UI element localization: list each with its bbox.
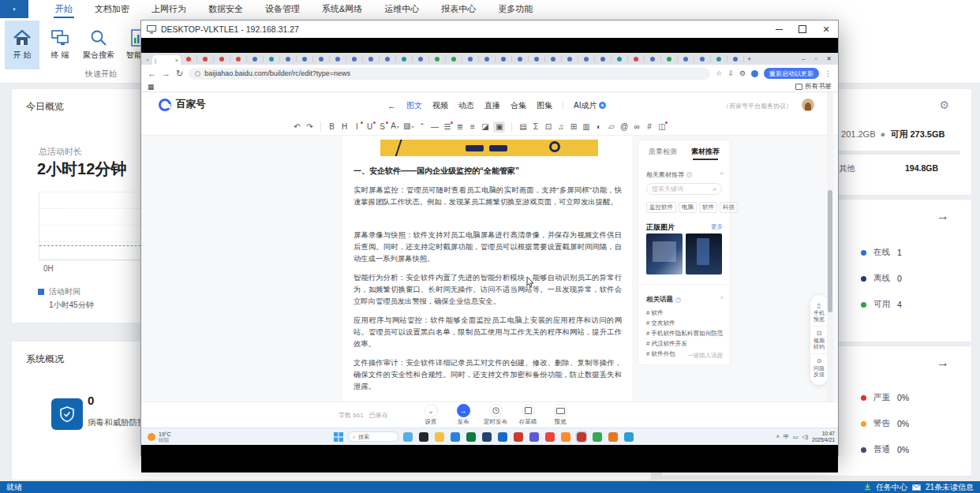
more-link[interactable]: 更多 [711, 223, 723, 231]
back-icon[interactable]: ← [148, 69, 156, 78]
reload-icon[interactable]: ↻ [176, 69, 183, 79]
browser-tab[interactable] [645, 55, 661, 62]
close-icon[interactable]: × [720, 170, 724, 177]
close-button[interactable]: ✕ [814, 21, 838, 38]
ribbon-tab[interactable]: 文档加密 [84, 0, 140, 18]
tab-search-icon[interactable]: ⌄ [145, 56, 150, 62]
format-icon[interactable]: S [378, 121, 387, 133]
taskbar-app-icon[interactable] [498, 432, 507, 442]
unread-messages-link[interactable]: 21条未读信息 [926, 482, 974, 493]
ai-clip-button[interactable]: AI成片 [574, 100, 606, 111]
address-bar[interactable]: baijiahao.baidu.com/builder/rc/edit?type… [189, 68, 710, 80]
chrome-minimize-button[interactable]: – [802, 55, 805, 62]
task-center-link[interactable]: 任务中心 [876, 482, 907, 493]
browser-tab[interactable] [197, 55, 214, 62]
browser-tab[interactable] [529, 55, 545, 62]
platform-agreement-link[interactable]: （百家号平台服务协议） [723, 102, 792, 110]
tab-material-recommend[interactable]: 素材推荐 [691, 147, 720, 157]
ribbon-item-home[interactable]: 开 始 [5, 21, 39, 69]
rail-item[interactable]: ⊡ 视频转码 [810, 327, 828, 354]
taskbar-app-icon[interactable] [529, 432, 539, 442]
forward-icon[interactable]: → [162, 69, 170, 78]
page-scrollbar[interactable] [827, 92, 833, 428]
ribbon-tab[interactable]: 设备管理 [254, 0, 311, 18]
minimize-button[interactable] [767, 21, 791, 38]
browser-tab[interactable] [330, 55, 346, 62]
browser-tab[interactable] [280, 55, 297, 62]
tab-close-icon[interactable]: × [175, 58, 178, 63]
scheduled-publish-button[interactable]: 定时发布 [482, 404, 509, 426]
browser-tab[interactable] [413, 55, 429, 62]
taskbar-app-icon[interactable] [419, 432, 428, 442]
format-icon[interactable]: ☰ [443, 121, 451, 133]
rail-item[interactable]: ▯ 手机预览 [810, 299, 828, 327]
format-icon[interactable]: ↷ [305, 121, 314, 133]
chrome-update-button[interactable]: 重新启动以更新 [764, 68, 819, 79]
browser-tab[interactable] [694, 55, 711, 62]
scrollbar-thumb[interactable] [828, 190, 832, 312]
settings-button[interactable]: ⌄ 设置 [417, 404, 444, 426]
browser-tab[interactable] [230, 55, 247, 62]
gear-icon[interactable]: ⚙ [939, 99, 949, 111]
taskbar-app-icon[interactable] [451, 432, 460, 442]
chrome-close-button[interactable]: ✕ [826, 55, 832, 62]
chrome-maximize-button[interactable]: ▫ [814, 55, 817, 62]
format-icon[interactable]: A [391, 121, 399, 133]
keyword-chip[interactable]: 科技 [720, 202, 738, 213]
bookmark-star-icon[interactable]: ☆ [716, 69, 722, 77]
keyword-chip[interactable]: 软件 [699, 202, 717, 213]
ribbon-tab[interactable]: 上网行为 [140, 0, 197, 18]
browser-tab[interactable] [661, 55, 678, 62]
ribbon-tab[interactable]: 更多功能 [487, 0, 544, 18]
browser-tab[interactable] [578, 55, 595, 62]
collapse-icon[interactable]: ˄ [720, 295, 724, 301]
format-icon[interactable]: ◫ [657, 121, 666, 133]
volume-icon[interactable]: ◁) [802, 434, 808, 440]
active-tab[interactable]: |× [152, 55, 181, 65]
browser-tab[interactable] [711, 55, 728, 62]
taskbar-app-icon[interactable] [466, 432, 476, 442]
format-icon[interactable]: ▣ [493, 121, 505, 133]
taskbar-app-icon[interactable] [514, 432, 523, 442]
browser-tab[interactable] [728, 55, 744, 62]
format-icon[interactable]: ◪ [481, 121, 489, 133]
nav-item[interactable]: 图文 [406, 100, 422, 111]
app-menu-button[interactable]: ▾ [0, 0, 28, 18]
format-icon[interactable]: “ [417, 121, 426, 133]
back-arrow-icon[interactable]: ← [387, 101, 396, 110]
format-icon[interactable] [320, 122, 321, 132]
ribbon-tab[interactable]: 数据安全 [197, 0, 254, 18]
browser-tab[interactable] [297, 55, 313, 62]
browser-tab[interactable] [628, 55, 645, 62]
nav-item[interactable]: 视频 [432, 100, 448, 111]
maximize-button[interactable] [791, 21, 814, 38]
format-icon[interactable]: ⊞ [569, 121, 578, 133]
format-icon[interactable]: ♫ [556, 121, 565, 133]
format-icon[interactable]: ▱ [607, 121, 615, 133]
windows-start-icon[interactable] [334, 432, 343, 442]
ribbon-tab[interactable]: 报表中心 [430, 0, 487, 18]
browser-tab[interactable] [595, 55, 612, 62]
taskbar-app-icon[interactable] [624, 432, 634, 442]
taskbar-app-icon[interactable] [545, 432, 555, 442]
format-icon[interactable]: ▨ [403, 121, 413, 133]
format-icon[interactable]: @ [619, 121, 628, 133]
taskbar-app-icon[interactable] [482, 432, 492, 442]
baijiahao-brand[interactable]: 百家号 [159, 98, 206, 111]
tab-quality-check[interactable]: 质量检测 [649, 147, 677, 157]
format-icon[interactable]: Σ [531, 121, 540, 133]
chrome-menu-icon[interactable]: ⋮ [825, 69, 832, 77]
stock-image-thumbnail[interactable] [646, 233, 683, 275]
arrow-right-icon[interactable]: → [937, 356, 949, 370]
format-icon[interactable]: U [365, 121, 374, 133]
article-document[interactable]: 一、安企软件——国内企业级监控的“全能管家” 实时屏幕监控：管理员可随时查看员工… [342, 136, 632, 401]
taskbar-app-icon[interactable] [435, 432, 444, 442]
browser-tab[interactable] [512, 55, 529, 62]
format-icon[interactable]: I [353, 121, 361, 133]
browser-tab[interactable] [429, 55, 446, 62]
browser-tab[interactable] [380, 55, 396, 62]
save-draft-button[interactable]: 存草稿 [514, 404, 541, 426]
user-avatar[interactable] [802, 99, 814, 111]
format-icon[interactable]: ≣ [455, 121, 464, 133]
download-icon[interactable]: ⇩ [728, 69, 734, 77]
